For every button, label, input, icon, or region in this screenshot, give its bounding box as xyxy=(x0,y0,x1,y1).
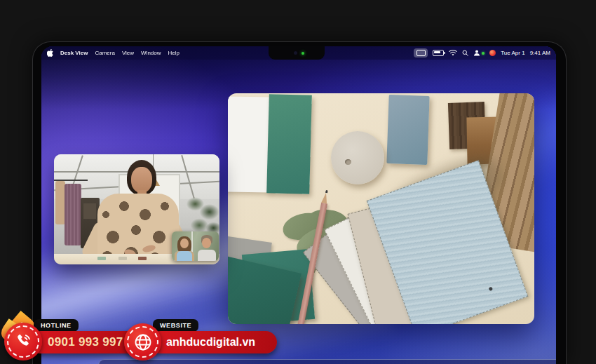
mini-swatch xyxy=(118,257,127,260)
felt-disc-hole xyxy=(345,159,351,165)
desk-view-window[interactable] xyxy=(228,93,534,324)
battery-icon[interactable] xyxy=(433,50,444,56)
background-window-edge[interactable] xyxy=(98,359,556,364)
menu-bar-date[interactable]: Tue Apr 1 xyxy=(501,50,524,56)
website-label-pill: WEBSITE xyxy=(153,319,198,332)
wifi-icon[interactable] xyxy=(449,50,457,56)
macbook-screen: Desk View Camera View Window Help T xyxy=(41,46,556,364)
hotline-number-text: 0901 993 997 xyxy=(48,335,123,349)
call-participants-pip[interactable] xyxy=(172,231,219,261)
dashed-ring xyxy=(7,325,39,358)
menu-item-app-name[interactable]: Desk View xyxy=(60,50,88,56)
swatch-slate-tile xyxy=(386,95,429,165)
hotline-label: HOTLINE xyxy=(41,322,72,329)
facetime-camera-lens xyxy=(294,51,297,55)
website-url-pill: anhducdigital.vn xyxy=(149,331,277,353)
swatch-teal-panel xyxy=(266,94,312,194)
dashed-ring xyxy=(127,326,158,358)
macbook-body: Desk View Camera View Window Help T xyxy=(32,41,567,364)
garment-plum xyxy=(65,184,81,245)
website-url-text: anhducdigital.vn xyxy=(166,336,255,349)
search-icon[interactable] xyxy=(462,50,468,56)
hotline-label-pill: HOTLINE xyxy=(34,319,79,332)
screen-mirroring-icon[interactable] xyxy=(414,48,428,58)
status-green-dot xyxy=(482,52,485,55)
swatch-stud xyxy=(489,287,493,291)
menu-bar-time[interactable]: 9:41 AM xyxy=(530,50,550,56)
presenter-polka-dot-blouse xyxy=(97,194,179,261)
felt-disc xyxy=(331,131,384,184)
mini-swatch xyxy=(97,257,106,260)
display-notch xyxy=(269,46,325,60)
participant-man-face xyxy=(202,238,211,248)
pencil-tip xyxy=(321,192,329,203)
siri-icon[interactable] xyxy=(489,50,496,56)
camera-active-led xyxy=(302,52,304,55)
website-label: WEBSITE xyxy=(160,322,191,329)
swatch-white-paper xyxy=(228,96,271,192)
video-call-window[interactable] xyxy=(54,154,219,264)
user-switching-icon[interactable] xyxy=(473,50,485,56)
apple-menu-icon[interactable] xyxy=(47,49,53,57)
garment-tan xyxy=(55,181,65,224)
hotline-phone-badge xyxy=(4,323,42,360)
menu-item-camera[interactable]: Camera xyxy=(95,50,114,56)
mini-swatch xyxy=(138,257,147,260)
participant-man-body xyxy=(198,250,216,261)
participant-woman-body xyxy=(175,251,194,261)
menu-item-view[interactable]: View xyxy=(122,50,134,56)
website-globe-badge xyxy=(124,323,161,360)
menu-item-window[interactable]: Window xyxy=(141,50,161,56)
menu-item-help[interactable]: Help xyxy=(168,50,180,56)
participant-woman-face xyxy=(180,238,189,248)
presenter-face xyxy=(131,167,152,193)
